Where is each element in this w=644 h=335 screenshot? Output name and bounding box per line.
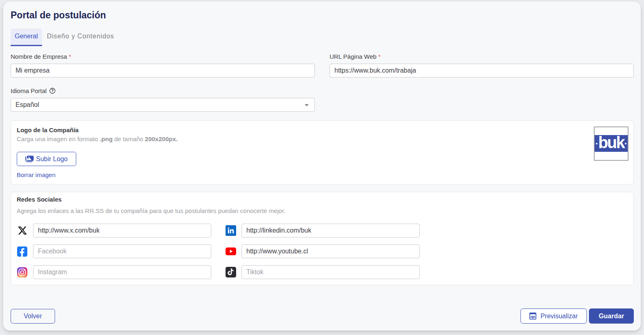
svg-text:?: ? xyxy=(51,88,54,93)
